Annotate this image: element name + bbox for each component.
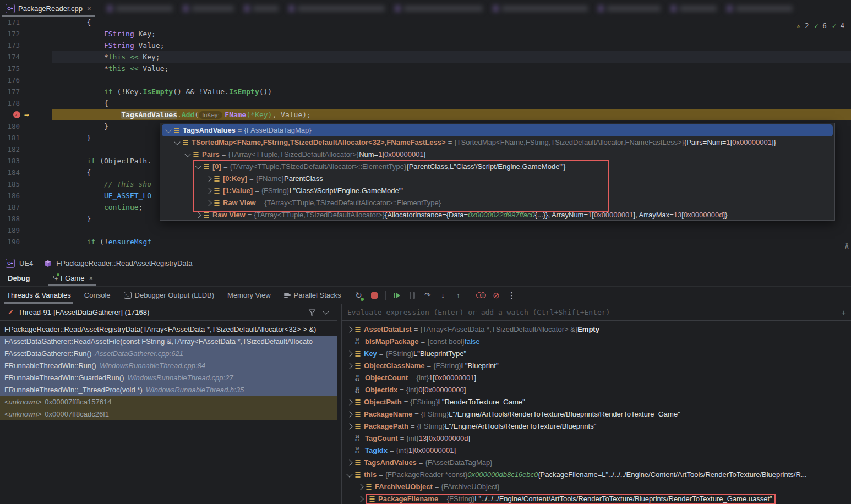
line-number[interactable]: 180	[0, 120, 20, 132]
step-into-icon[interactable]: ↓	[436, 289, 450, 302]
variable-row[interactable]: PackageName={FString} L"/Engine/ArtTools…	[342, 408, 851, 420]
variable-row[interactable]: 1001TagCount={int} 13 [0x0000000d]	[342, 432, 851, 445]
line-number[interactable]: 185	[0, 178, 20, 190]
chevron-right-icon[interactable]	[346, 350, 352, 357]
line-number[interactable]: 174	[0, 51, 20, 63]
variable-row[interactable]: this={FPackageReader *const} 0x000000db8…	[342, 469, 851, 481]
chevron-right-icon[interactable]	[205, 176, 211, 182]
chevron-right-icon[interactable]	[205, 200, 211, 206]
stack-frame[interactable]: FRunnableThreadWin::GuardedRun()WindowsR…	[0, 372, 337, 384]
filter-icon[interactable]	[308, 309, 316, 316]
debug-tab-console[interactable]: Console	[78, 287, 117, 304]
line-number[interactable]: 188	[0, 213, 20, 224]
stop-icon[interactable]	[367, 289, 381, 302]
debugger-value-popup[interactable]: TagsAndValues={FAssetDataTagMap}TSortedM…	[160, 123, 835, 221]
more-options-icon[interactable]: ⋮	[505, 289, 519, 302]
variable-row[interactable]: PackageFilename={FString} L"../../../Eng…	[342, 493, 851, 504]
line-number[interactable]: 181	[0, 132, 20, 144]
breadcrumb-method[interactable]: FPackageReader::ReadAssetRegistryData	[56, 259, 192, 267]
debug-tab-debugger-output-lldb-[interactable]: >_Debugger Output (LLDB)	[117, 287, 221, 304]
chevron-down-icon[interactable]	[165, 127, 171, 133]
breakpoint-icon[interactable]	[13, 111, 20, 118]
chevron-down-icon[interactable]	[184, 151, 190, 157]
debug-tab-threads-variables[interactable]: Threads & Variables	[0, 287, 78, 304]
variable-row[interactable]: ObjectClassName={FString} L"Blueprint"	[342, 360, 851, 372]
line-number[interactable]: 183	[0, 155, 20, 167]
mute-breakpoints-icon[interactable]: ⊘	[489, 289, 504, 302]
step-out-icon[interactable]: ↑	[451, 289, 466, 302]
chevron-right-icon[interactable]	[357, 496, 363, 502]
popup-tree-row[interactable]: [0:Key]={FName} ParentClass	[160, 173, 834, 185]
chevron-down-icon[interactable]	[346, 471, 352, 477]
debug-tab-memory-view[interactable]: Memory View	[221, 287, 277, 304]
chevron-right-icon[interactable]	[205, 188, 211, 194]
rerun-debug-icon[interactable]: ↻	[352, 289, 366, 302]
variable-row[interactable]: ObjectPath={FString} L"RenderToTexture_G…	[342, 396, 851, 408]
line-number[interactable]: 186	[0, 190, 20, 201]
line-number[interactable]: 184	[0, 167, 20, 178]
close-icon[interactable]: ×	[89, 274, 93, 282]
variable-row[interactable]: FArchiveUObject={FArchiveUObject}	[342, 481, 851, 493]
line-number[interactable]: 171	[0, 17, 20, 28]
redacted-tab[interactable]	[670, 3, 717, 13]
variable-row[interactable]: Key={FString} L"BlueprintType"	[342, 348, 851, 360]
line-number[interactable]: 191	[0, 248, 20, 250]
popup-tree-row[interactable]: Raw View={TArray<TTuple,TSizedDefaultAll…	[160, 197, 834, 209]
stack-frame[interactable]: FRunnableThreadWin::Run()WindowsRunnable…	[0, 360, 337, 372]
chevron-right-icon[interactable]	[195, 212, 201, 218]
line-number[interactable]: 173	[0, 40, 20, 51]
variable-row[interactable]: PackagePath={FString} L"/Engine/ArtTools…	[342, 420, 851, 432]
variable-row[interactable]: 1001ObjectCount={int} 1 [0x00000001]	[342, 372, 851, 384]
chevron-right-icon[interactable]	[346, 423, 352, 429]
chevron-down-icon[interactable]	[323, 308, 329, 314]
redacted-tab[interactable]	[244, 3, 279, 13]
variable-row[interactable]: AssetDataList={TArray<FAssetData *,TSize…	[342, 324, 851, 336]
evaluate-expression-bar[interactable]: Evaluate expression (Enter) or add a wat…	[342, 304, 851, 321]
popup-tree-row[interactable]: [0]={TArray<TTuple,TSizedDefaultAllocato…	[160, 161, 834, 173]
line-number[interactable]: 182	[0, 144, 20, 155]
view-breakpoints-icon[interactable]	[474, 289, 488, 302]
chevron-right-icon[interactable]	[346, 326, 352, 332]
popup-tree-row[interactable]: Pairs={TArray<TTuple,TSizedDefaultAlloca…	[160, 149, 834, 161]
debug-tab-parallel-stacks[interactable]: Parallel Stacks	[277, 287, 348, 304]
line-number[interactable]: 189	[0, 224, 20, 236]
line-number[interactable]: 187	[0, 201, 20, 213]
redacted-tab[interactable]	[727, 3, 793, 13]
line-number[interactable]: 172	[0, 28, 20, 40]
stack-frame[interactable]: FAssetDataGatherer::ReadAssetFile(const …	[0, 336, 337, 348]
redacted-tab[interactable]	[598, 3, 661, 13]
chevron-right-icon[interactable]	[346, 459, 352, 465]
stack-frame[interactable]: <unknown>0x00007ff8ca157614	[0, 396, 337, 408]
popup-tree-row[interactable]: Raw View={TArray<TTuple,TSizedDefaultAll…	[160, 209, 834, 221]
line-number[interactable]: 190	[0, 236, 20, 248]
tab-fgame[interactable]: ⁺₊ FGame ×	[48, 270, 96, 286]
popup-tree-row[interactable]: TSortedMap<FName,FString,TSizedDefaultAl…	[160, 136, 834, 149]
chevron-down-icon[interactable]	[174, 139, 180, 145]
add-watch-icon[interactable]: +	[841, 308, 846, 317]
inspections-widget[interactable]: ⚠ 2 ✓ 6 ✓ 4	[797, 21, 844, 30]
variable-row[interactable]: 1001TagIdx={int} 1 [0x00000001]	[342, 445, 851, 457]
chevron-right-icon[interactable]	[357, 484, 363, 490]
line-number[interactable]: 178	[0, 97, 20, 109]
line-number[interactable]: 177	[0, 86, 20, 97]
redacted-tab[interactable]	[288, 3, 385, 13]
stack-frame[interactable]: FRunnableThreadWin::_ThreadProc(void *)W…	[0, 384, 337, 396]
redacted-tab[interactable]	[395, 3, 483, 13]
annotations-marker-icon[interactable]: Â	[845, 243, 849, 250]
chevron-right-icon[interactable]	[346, 399, 352, 405]
chevron-right-icon[interactable]	[346, 363, 352, 369]
variable-row[interactable]: TagsAndValues={FAssetDataTagMap}	[342, 457, 851, 469]
popup-tree-row[interactable]: [1:Value]={FString} L"Class'/Script/Engi…	[160, 185, 834, 197]
variable-row[interactable]: 1001bIsMapPackage={const bool} false	[342, 336, 851, 348]
redacted-tab[interactable]	[493, 3, 588, 13]
line-number[interactable]: 175	[0, 63, 20, 74]
resume-icon[interactable]	[390, 289, 404, 302]
variable-row[interactable]: 1001ObjectIdx={int} 0 [0x00000000]	[342, 384, 851, 396]
step-over-icon[interactable]: ↷	[421, 289, 435, 302]
thread-selector[interactable]: ✓ Thread-91-[FAssetDataGatherer] (17168)	[0, 304, 337, 321]
tab-packagereader-cpp[interactable]: C+ PackageReader.cpp ×	[0, 0, 97, 17]
stack-frame[interactable]: FPackageReader::ReadAssetRegistryData(TA…	[0, 324, 337, 336]
stack-frame[interactable]: FAssetDataGatherer::Run()AssetDataGather…	[0, 348, 337, 360]
redacted-tab[interactable]	[183, 3, 234, 13]
breadcrumb-project[interactable]: UE4	[19, 259, 33, 267]
